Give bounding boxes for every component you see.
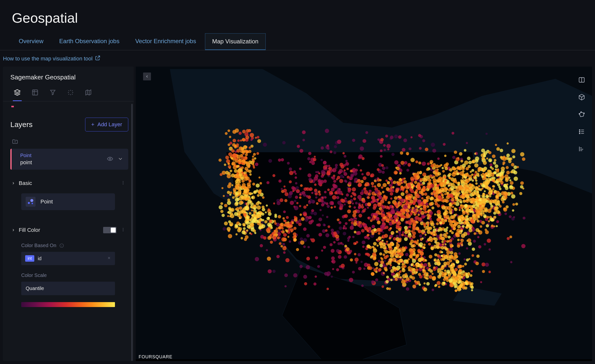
add-layer-group-button[interactable] <box>10 137 128 149</box>
svg-point-943 <box>500 149 503 152</box>
svg-point-2106 <box>399 256 402 258</box>
svg-point-2853 <box>270 234 272 236</box>
sidebar-tab-interactions[interactable] <box>66 87 75 101</box>
layer-type-selector[interactable]: Point <box>21 193 115 210</box>
svg-point-1455 <box>453 167 456 171</box>
svg-point-1463 <box>465 174 468 177</box>
svg-point-25 <box>352 139 355 142</box>
svg-point-1374 <box>468 175 472 179</box>
help-link[interactable]: How to use the map visualization tool <box>0 50 595 67</box>
sidebar-tab-layers[interactable] <box>13 87 22 101</box>
svg-point-1267 <box>446 227 448 229</box>
svg-point-2338 <box>468 258 470 260</box>
svg-point-2821 <box>242 153 244 155</box>
split-view-icon[interactable] <box>578 76 586 84</box>
svg-point-2534 <box>241 237 243 239</box>
svg-point-3053 <box>245 135 249 139</box>
svg-point-1763 <box>379 179 382 182</box>
section-fill-color-toggle[interactable]: Fill Color <box>11 227 40 233</box>
svg-point-1408 <box>456 182 458 184</box>
color-scale-selector[interactable]: Quantile <box>21 282 115 295</box>
svg-point-2222 <box>437 281 441 285</box>
svg-point-2012 <box>384 250 386 252</box>
svg-point-601 <box>306 234 310 237</box>
svg-point-1388 <box>449 168 452 171</box>
svg-point-2563 <box>229 215 231 217</box>
section-basic-toggle[interactable]: Basic <box>11 180 32 186</box>
svg-point-2190 <box>419 245 422 248</box>
svg-point-8 <box>123 228 124 229</box>
svg-point-16 <box>584 113 585 114</box>
svg-point-2818 <box>240 154 243 157</box>
svg-point-354 <box>367 237 370 240</box>
svg-point-2141 <box>380 246 383 248</box>
svg-point-1592 <box>406 190 408 192</box>
svg-point-2516 <box>246 229 248 232</box>
svg-point-1245 <box>459 209 461 211</box>
svg-point-291 <box>284 285 287 287</box>
svg-point-1623 <box>452 172 456 177</box>
svg-point-1448 <box>460 179 463 182</box>
chart-icon[interactable] <box>578 146 586 153</box>
sidebar-tab-columns[interactable] <box>31 87 39 101</box>
tab-vector-enrichment[interactable]: Vector Enrichment jobs <box>128 33 203 50</box>
section-fill-color-menu[interactable] <box>121 227 125 233</box>
svg-point-2234 <box>423 266 425 268</box>
draw-polygon-icon[interactable] <box>578 111 586 119</box>
svg-point-1449 <box>445 167 448 170</box>
svg-point-161 <box>299 149 303 153</box>
svg-point-329 <box>375 278 378 281</box>
svg-point-1571 <box>394 170 398 175</box>
svg-point-1216 <box>477 209 481 213</box>
svg-point-19 <box>579 133 580 134</box>
color-ramp[interactable] <box>21 302 115 307</box>
svg-point-2951 <box>296 202 298 204</box>
svg-point-1210 <box>484 229 487 231</box>
svg-point-2139 <box>433 226 435 228</box>
svg-point-159 <box>363 139 366 143</box>
map-canvas[interactable]: UNITED STATES MEXICO CUBA GUATEMALA FOUR… <box>136 67 592 361</box>
svg-point-1600 <box>429 202 432 206</box>
svg-point-347 <box>394 135 398 138</box>
svg-point-878 <box>517 166 519 168</box>
svg-point-2953 <box>314 189 317 192</box>
svg-point-51 <box>422 139 425 142</box>
layer-card[interactable]: Point point <box>10 149 128 170</box>
clear-field-icon[interactable] <box>107 256 111 261</box>
tab-map-visualization[interactable]: Map Visualization <box>205 33 266 50</box>
svg-point-2289 <box>476 255 480 258</box>
color-field-selector[interactable]: int id <box>21 252 115 265</box>
legend-icon[interactable] <box>578 128 586 136</box>
svg-point-2943 <box>300 184 303 187</box>
panel-collapse-button[interactable] <box>143 73 151 80</box>
svg-point-1298 <box>431 238 434 240</box>
svg-point-1133 <box>461 196 465 199</box>
svg-point-548 <box>521 244 525 248</box>
visibility-toggle-icon[interactable] <box>107 156 113 163</box>
svg-point-90 <box>355 202 358 204</box>
sidebar-tab-filter[interactable] <box>48 87 57 101</box>
sidebar-tab-basemap[interactable] <box>84 87 93 101</box>
svg-point-2813 <box>234 146 237 149</box>
svg-point-2116 <box>410 240 414 243</box>
tab-earth-observation[interactable]: Earth Observation jobs <box>52 33 126 50</box>
fill-color-toggle[interactable] <box>103 227 116 233</box>
svg-point-2984 <box>311 161 315 165</box>
svg-point-2350 <box>455 259 458 262</box>
svg-point-2353 <box>437 275 441 279</box>
svg-point-36 <box>308 152 311 155</box>
svg-point-171 <box>352 236 355 238</box>
view-3d-icon[interactable] <box>578 94 586 102</box>
section-basic-menu[interactable] <box>121 181 125 186</box>
chevron-down-icon[interactable] <box>117 156 123 163</box>
svg-point-1689 <box>433 191 435 193</box>
add-layer-button[interactable]: + Add Layer <box>85 118 128 131</box>
svg-point-1224 <box>465 220 469 224</box>
svg-point-1699 <box>382 183 387 187</box>
svg-point-794 <box>471 169 474 172</box>
svg-point-1454 <box>447 174 450 177</box>
svg-point-2972 <box>346 168 349 170</box>
tab-overview[interactable]: Overview <box>12 33 50 50</box>
svg-point-832 <box>485 178 487 180</box>
svg-point-1915 <box>401 186 405 190</box>
